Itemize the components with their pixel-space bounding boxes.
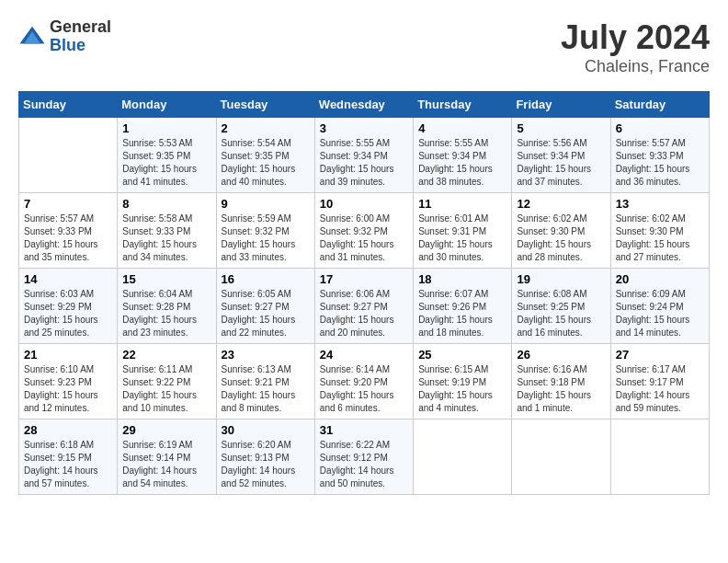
page-header: General Blue July 2024 Chaleins, France xyxy=(18,18,710,76)
day-number: 19 xyxy=(517,272,605,286)
calendar-cell: 6Sunrise: 5:57 AM Sunset: 9:33 PM Daylig… xyxy=(610,118,709,193)
day-number: 17 xyxy=(320,272,408,286)
day-number: 6 xyxy=(616,121,704,135)
calendar-cell: 22Sunrise: 6:11 AM Sunset: 9:22 PM Dayli… xyxy=(118,344,216,419)
day-number: 2 xyxy=(222,121,310,135)
month-year-title: July 2024 xyxy=(561,18,710,57)
day-info: Sunrise: 6:16 AM Sunset: 9:18 PM Dayligh… xyxy=(517,363,605,415)
day-info: Sunrise: 6:11 AM Sunset: 9:22 PM Dayligh… xyxy=(122,363,210,415)
day-number: 9 xyxy=(222,197,310,211)
day-number: 15 xyxy=(122,272,210,286)
calendar-cell: 16Sunrise: 6:05 AM Sunset: 9:27 PM Dayli… xyxy=(216,269,314,344)
day-number: 16 xyxy=(222,272,310,286)
calendar-cell: 13Sunrise: 6:02 AM Sunset: 9:30 PM Dayli… xyxy=(610,193,709,269)
calendar-cell: 10Sunrise: 6:00 AM Sunset: 9:32 PM Dayli… xyxy=(314,193,413,269)
day-info: Sunrise: 6:06 AM Sunset: 9:27 PM Dayligh… xyxy=(320,288,408,339)
day-number: 22 xyxy=(122,348,210,362)
calendar-cell: 25Sunrise: 6:15 AM Sunset: 9:19 PM Dayli… xyxy=(414,344,512,419)
day-info: Sunrise: 5:53 AM Sunset: 9:35 PM Dayligh… xyxy=(122,137,210,189)
calendar-cell: 2Sunrise: 5:54 AM Sunset: 9:35 PM Daylig… xyxy=(216,118,314,193)
calendar-cell xyxy=(19,118,118,193)
calendar-cell: 21Sunrise: 6:10 AM Sunset: 9:23 PM Dayli… xyxy=(19,344,118,419)
calendar-cell: 4Sunrise: 5:55 AM Sunset: 9:34 PM Daylig… xyxy=(414,118,512,193)
logo-blue: Blue xyxy=(50,36,85,54)
day-info: Sunrise: 6:19 AM Sunset: 9:14 PM Dayligh… xyxy=(122,439,210,490)
day-info: Sunrise: 6:08 AM Sunset: 9:25 PM Dayligh… xyxy=(517,288,605,339)
day-number: 23 xyxy=(222,348,310,362)
day-info: Sunrise: 6:22 AM Sunset: 9:12 PM Dayligh… xyxy=(320,439,408,490)
column-header-monday: Monday xyxy=(118,92,216,118)
day-info: Sunrise: 5:59 AM Sunset: 9:32 PM Dayligh… xyxy=(222,213,310,264)
day-number: 30 xyxy=(222,423,310,437)
calendar-cell: 20Sunrise: 6:09 AM Sunset: 9:24 PM Dayli… xyxy=(610,269,709,344)
day-info: Sunrise: 6:20 AM Sunset: 9:13 PM Dayligh… xyxy=(222,439,310,490)
day-info: Sunrise: 6:09 AM Sunset: 9:24 PM Dayligh… xyxy=(616,288,704,339)
day-number: 14 xyxy=(24,272,112,286)
day-number: 10 xyxy=(320,197,408,211)
calendar-cell: 12Sunrise: 6:02 AM Sunset: 9:30 PM Dayli… xyxy=(512,193,610,269)
day-info: Sunrise: 6:07 AM Sunset: 9:26 PM Dayligh… xyxy=(418,288,506,339)
day-number: 12 xyxy=(517,197,605,211)
day-info: Sunrise: 6:13 AM Sunset: 9:21 PM Dayligh… xyxy=(222,363,310,415)
calendar-cell: 30Sunrise: 6:20 AM Sunset: 9:13 PM Dayli… xyxy=(216,419,314,495)
day-info: Sunrise: 5:57 AM Sunset: 9:33 PM Dayligh… xyxy=(24,213,112,264)
day-info: Sunrise: 5:54 AM Sunset: 9:35 PM Dayligh… xyxy=(222,137,310,189)
calendar-cell: 23Sunrise: 6:13 AM Sunset: 9:21 PM Dayli… xyxy=(216,344,314,419)
day-number: 26 xyxy=(517,348,605,362)
location-subtitle: Chaleins, France xyxy=(561,57,710,76)
day-info: Sunrise: 6:10 AM Sunset: 9:23 PM Dayligh… xyxy=(24,363,112,415)
logo-general: General xyxy=(50,17,111,36)
calendar-cell: 11Sunrise: 6:01 AM Sunset: 9:31 PM Dayli… xyxy=(414,193,512,269)
calendar-cell: 15Sunrise: 6:04 AM Sunset: 9:28 PM Dayli… xyxy=(118,269,216,344)
calendar-cell: 7Sunrise: 5:57 AM Sunset: 9:33 PM Daylig… xyxy=(19,193,118,269)
column-header-wednesday: Wednesday xyxy=(314,92,413,118)
column-header-saturday: Saturday xyxy=(610,92,709,118)
day-number: 25 xyxy=(418,348,506,362)
logo-icon xyxy=(18,23,46,51)
calendar-cell: 1Sunrise: 5:53 AM Sunset: 9:35 PM Daylig… xyxy=(118,118,216,193)
day-number: 29 xyxy=(122,423,210,437)
day-number: 27 xyxy=(616,348,704,362)
day-info: Sunrise: 6:15 AM Sunset: 9:19 PM Dayligh… xyxy=(418,363,506,415)
day-number: 3 xyxy=(320,121,408,135)
calendar-cell: 8Sunrise: 5:58 AM Sunset: 9:33 PM Daylig… xyxy=(118,193,216,269)
day-info: Sunrise: 6:01 AM Sunset: 9:31 PM Dayligh… xyxy=(418,213,506,264)
day-number: 5 xyxy=(517,121,605,135)
calendar-cell: 29Sunrise: 6:19 AM Sunset: 9:14 PM Dayli… xyxy=(118,419,216,495)
calendar-cell: 24Sunrise: 6:14 AM Sunset: 9:20 PM Dayli… xyxy=(314,344,413,419)
day-info: Sunrise: 5:55 AM Sunset: 9:34 PM Dayligh… xyxy=(320,137,408,189)
day-info: Sunrise: 5:57 AM Sunset: 9:33 PM Dayligh… xyxy=(616,137,704,189)
calendar-cell: 26Sunrise: 6:16 AM Sunset: 9:18 PM Dayli… xyxy=(512,344,610,419)
day-info: Sunrise: 6:17 AM Sunset: 9:17 PM Dayligh… xyxy=(616,363,704,415)
day-info: Sunrise: 6:02 AM Sunset: 9:30 PM Dayligh… xyxy=(517,213,605,264)
calendar-cell: 31Sunrise: 6:22 AM Sunset: 9:12 PM Dayli… xyxy=(314,419,413,495)
calendar-cell xyxy=(414,419,512,495)
calendar-cell: 27Sunrise: 6:17 AM Sunset: 9:17 PM Dayli… xyxy=(610,344,709,419)
calendar-cell: 9Sunrise: 5:59 AM Sunset: 9:32 PM Daylig… xyxy=(216,193,314,269)
day-number: 18 xyxy=(418,272,506,286)
day-number: 21 xyxy=(24,348,112,362)
calendar-cell: 18Sunrise: 6:07 AM Sunset: 9:26 PM Dayli… xyxy=(414,269,512,344)
day-number: 11 xyxy=(418,197,506,211)
title-area: July 2024 Chaleins, France xyxy=(561,18,710,76)
day-info: Sunrise: 6:18 AM Sunset: 9:15 PM Dayligh… xyxy=(24,439,112,490)
calendar-table: SundayMondayTuesdayWednesdayThursdayFrid… xyxy=(18,91,710,495)
calendar-cell: 5Sunrise: 5:56 AM Sunset: 9:34 PM Daylig… xyxy=(512,118,610,193)
day-number: 31 xyxy=(320,423,408,437)
calendar-cell xyxy=(512,419,610,495)
calendar-cell xyxy=(610,419,709,495)
calendar-cell: 14Sunrise: 6:03 AM Sunset: 9:29 PM Dayli… xyxy=(19,269,118,344)
column-header-tuesday: Tuesday xyxy=(216,92,314,118)
logo: General Blue xyxy=(18,18,111,55)
day-info: Sunrise: 6:05 AM Sunset: 9:27 PM Dayligh… xyxy=(222,288,310,339)
day-number: 20 xyxy=(616,272,704,286)
column-header-sunday: Sunday xyxy=(19,92,118,118)
day-info: Sunrise: 6:02 AM Sunset: 9:30 PM Dayligh… xyxy=(616,213,704,264)
day-info: Sunrise: 5:56 AM Sunset: 9:34 PM Dayligh… xyxy=(517,137,605,189)
day-number: 28 xyxy=(24,423,112,437)
column-header-thursday: Thursday xyxy=(414,92,512,118)
day-number: 24 xyxy=(320,348,408,362)
column-header-friday: Friday xyxy=(512,92,610,118)
day-info: Sunrise: 5:58 AM Sunset: 9:33 PM Dayligh… xyxy=(122,213,210,264)
day-info: Sunrise: 6:00 AM Sunset: 9:32 PM Dayligh… xyxy=(320,213,408,264)
